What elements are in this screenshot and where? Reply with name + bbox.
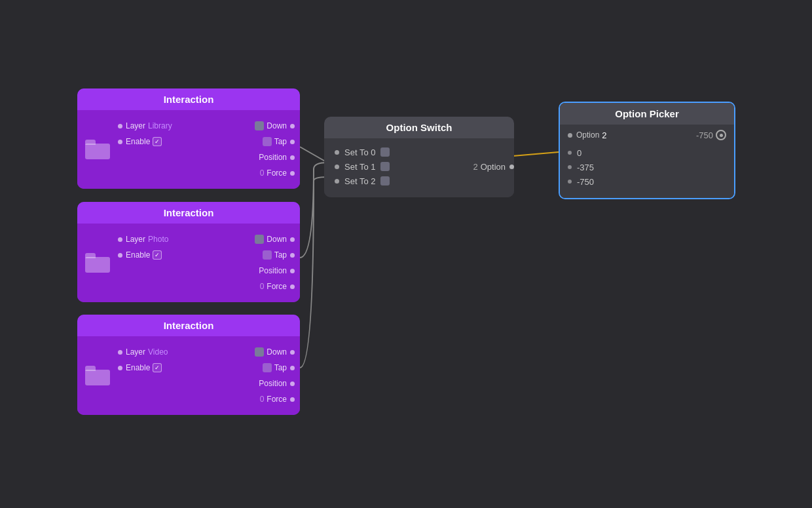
switch-option-out-dot xyxy=(509,165,514,169)
tap-label-1: Tap xyxy=(274,137,287,146)
down-row-2: Down xyxy=(255,233,300,246)
switch-option-out: 2 Option xyxy=(465,162,514,172)
down-label-3: Down xyxy=(267,347,287,357)
switch-in-dot-0 xyxy=(335,150,339,155)
interaction-node-3-fields: Layer Video Enable ✓ xyxy=(118,343,255,408)
layer-row-3: Layer Video xyxy=(118,345,255,359)
option-switch-header: Option Switch xyxy=(324,117,514,138)
picker-target-icon xyxy=(716,130,726,140)
enable-label-1: Enable xyxy=(126,137,150,146)
force-out-dot-1 xyxy=(290,171,295,176)
switch-option-label: Option xyxy=(481,162,506,172)
force-label-3: Force xyxy=(267,395,287,404)
interaction-node-2-fields: Layer Photo Enable ✓ xyxy=(118,230,255,296)
down-label-2: Down xyxy=(267,235,287,244)
enable-checkbox-1[interactable]: ✓ xyxy=(153,137,162,146)
switch-row-1: Set To 1 xyxy=(335,159,465,174)
position-row-1: Position xyxy=(259,151,300,164)
layer-label-1: Layer xyxy=(126,121,145,130)
enable-row-1: Enable ✓ xyxy=(118,135,255,148)
interaction-node-1-fields: Layer Library Enable ✓ xyxy=(118,117,255,182)
option-switch-title: Option Switch xyxy=(386,122,452,133)
option-picker-body: Option 2 -750 0 -375 -750 xyxy=(560,125,734,198)
switch-in-dot-1 xyxy=(335,165,339,169)
switch-in-dot-2 xyxy=(335,179,339,184)
enable-checkbox-3[interactable]: ✓ xyxy=(153,363,162,372)
option-switch-body: Set To 0 Set To 1 Set To 2 2 Option xyxy=(324,138,514,197)
picker-option-0: 0 xyxy=(577,148,581,158)
enable-label-3: Enable xyxy=(126,363,150,372)
force-label-1: Force xyxy=(267,168,287,178)
position-out-dot-1 xyxy=(290,155,295,160)
position-label-1: Position xyxy=(259,153,287,162)
down-row-3: Down xyxy=(255,345,300,359)
position-label-3: Position xyxy=(259,379,287,388)
interaction-node-2-icon xyxy=(77,230,118,296)
picker-option-dot-1 xyxy=(568,165,572,169)
interaction-node-2-right-fields: Down Tap Position 0 Force xyxy=(255,230,300,296)
layer-dot-3 xyxy=(118,350,122,355)
force-row-3: 0 Force xyxy=(260,393,300,406)
switch-swatch-0 xyxy=(380,147,390,157)
force-out-dot-2 xyxy=(290,284,295,289)
tap-row-2: Tap xyxy=(263,248,300,262)
switch-row-2: Set To 2 xyxy=(335,174,465,188)
picker-top-row: Option 2 -750 xyxy=(568,130,726,140)
picker-in-dot xyxy=(568,133,572,138)
down-swatch-3 xyxy=(255,347,264,357)
force-row-1: 0 Force xyxy=(260,166,300,180)
interaction-node-3-right-fields: Down Tap Position 0 Force xyxy=(255,343,300,408)
tap-row-3: Tap xyxy=(263,361,300,374)
switch-swatch-1 xyxy=(380,162,390,171)
layer-dot-2 xyxy=(118,237,122,242)
tap-row-1: Tap xyxy=(263,135,300,148)
switch-option-value: 2 xyxy=(473,162,477,172)
svg-line-1 xyxy=(513,152,559,156)
interaction-node-3-icon xyxy=(77,343,118,408)
canvas: Interaction Layer Library Enable ✓ xyxy=(0,0,812,508)
picker-option-2: -750 xyxy=(577,177,594,187)
interaction-node-3-header: Interaction xyxy=(77,315,300,336)
enable-checkbox-2[interactable]: ✓ xyxy=(153,250,162,260)
tap-out-dot-3 xyxy=(290,366,295,370)
layer-dot-1 xyxy=(118,124,122,128)
position-row-3: Position xyxy=(259,377,300,390)
enable-row-2: Enable ✓ xyxy=(118,248,255,262)
force-label-2: Force xyxy=(267,282,287,291)
interaction-node-1: Interaction Layer Library Enable ✓ xyxy=(77,88,300,189)
interaction-node-2-header: Interaction xyxy=(77,202,300,224)
enable-dot-1 xyxy=(118,140,122,144)
picker-option-row-2: -750 xyxy=(568,174,726,189)
enable-label-2: Enable xyxy=(126,250,150,260)
option-switch-node: Option Switch Set To 0 Set To 1 Set To 2 xyxy=(324,117,514,197)
folder-icon-3 xyxy=(85,366,110,385)
tap-label-2: Tap xyxy=(274,250,287,260)
tap-out-dot-1 xyxy=(290,140,295,144)
force-value-1: 0 xyxy=(260,168,265,178)
position-row-2: Position xyxy=(259,264,300,277)
picker-option-row-0: 0 xyxy=(568,146,726,160)
picker-option-dot-2 xyxy=(568,180,572,184)
position-out-dot-2 xyxy=(290,269,295,273)
layer-value-3: Video xyxy=(148,347,168,357)
picker-option-dot-0 xyxy=(568,151,572,155)
force-value-3: 0 xyxy=(260,395,265,404)
enable-dot-2 xyxy=(118,253,122,258)
down-out-dot-2 xyxy=(290,237,295,242)
down-swatch-2 xyxy=(255,235,264,244)
switch-row-0: Set To 0 xyxy=(335,145,465,159)
tap-label-3: Tap xyxy=(274,363,287,372)
down-swatch-1 xyxy=(255,121,264,130)
layer-row-2: Layer Photo xyxy=(118,233,255,246)
option-picker-title: Option Picker xyxy=(615,108,679,119)
layer-row-1: Layer Library xyxy=(118,119,255,132)
tap-out-dot-2 xyxy=(290,253,295,258)
tap-swatch-2 xyxy=(263,250,272,260)
tap-swatch-3 xyxy=(263,363,272,372)
interaction-node-2-title: Interaction xyxy=(164,207,214,218)
layer-label-3: Layer xyxy=(126,347,145,357)
interaction-node-1-header: Interaction xyxy=(77,88,300,110)
position-label-2: Position xyxy=(259,266,287,275)
interaction-node-2: Interaction Layer Photo Enable ✓ xyxy=(77,202,300,302)
option-picker-header: Option Picker xyxy=(560,103,734,125)
